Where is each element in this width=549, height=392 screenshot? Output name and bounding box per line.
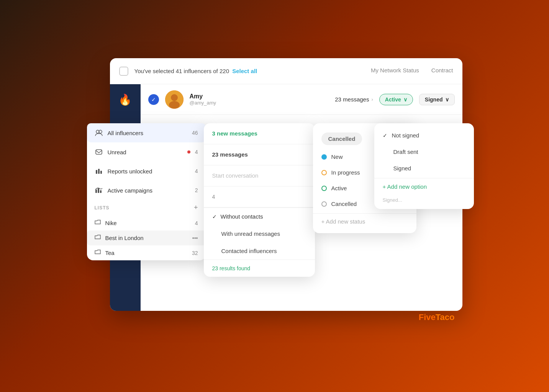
contract-chevron-icon: ∨ <box>445 96 449 103</box>
signed-partial-text: Signed... <box>374 195 474 205</box>
contract-dropdown-trigger[interactable]: Signed ∨ <box>419 94 455 105</box>
results-count: 23 results found <box>212 265 251 271</box>
add-status-label: + Add new status <box>321 218 365 225</box>
msg-normal-label: 23 messages <box>212 151 248 158</box>
without-contacts-label: Without contacts <box>221 213 263 220</box>
status-new-label: New <box>331 154 343 160</box>
svg-rect-11 <box>100 190 102 193</box>
status-cancelled-dot <box>321 201 327 207</box>
add-option-label: + Add new option <box>383 183 427 190</box>
amy-checkbox[interactable]: ✓ <box>148 94 159 105</box>
contract-tab[interactable]: Contract <box>431 67 453 75</box>
influencer-row-amy[interactable]: ✓ Amy @amy_amy 23 message <box>141 84 462 115</box>
lists-title: LISTS <box>95 205 191 211</box>
selection-text: You've selected 41 influencers of 220 Se… <box>134 68 365 74</box>
signed-label: Signed <box>393 165 411 172</box>
list-nike-label: Nike <box>105 220 190 226</box>
filter-panel: All influencers 46 Unread 4 Re <box>87 123 206 260</box>
list-item-tea[interactable]: Tea 32 <box>87 245 206 260</box>
add-new-option-button[interactable]: + Add new option <box>374 178 474 195</box>
with-unread-label: With unread messages <box>221 230 280 237</box>
all-influencers-icon <box>95 129 103 137</box>
filter-contacted[interactable]: Contacted influencers <box>204 242 315 260</box>
filter-without-contacts[interactable]: ✓ Without contacts <box>204 208 315 225</box>
reports-unlocked-icon <box>95 167 103 175</box>
unread-label: Unread <box>108 149 181 155</box>
reports-unlocked-count: 4 <box>195 168 198 174</box>
results-footer: 23 results found <box>204 260 315 277</box>
status-active-label: Active <box>331 185 347 191</box>
svg-rect-8 <box>100 171 102 174</box>
top-bar-nav: My Network Status Contract <box>371 67 453 75</box>
influencer-info: Amy @amy_amy <box>190 93 216 106</box>
filter-reports-unlocked[interactable]: Reports unlocked 4 <box>87 162 206 181</box>
select-checkbox[interactable] <box>119 67 128 76</box>
avatar-image <box>165 90 184 109</box>
msg-new-label: 3 new messages <box>212 130 257 137</box>
cancelled-badge: Cancelled <box>321 132 362 145</box>
selection-count: You've selected 41 influencers of 220 <box>134 68 229 74</box>
active-campaigns-icon <box>95 186 103 194</box>
contract-label: Signed <box>425 96 443 103</box>
filter-unread[interactable]: Unread 4 <box>87 142 206 162</box>
svg-rect-10 <box>98 188 99 193</box>
svg-rect-5 <box>96 150 102 154</box>
msg-item-placeholder[interactable]: Start conversation <box>204 165 315 186</box>
influencer-handle: @amy_amy <box>190 100 216 106</box>
tea-folder-icon <box>95 250 101 256</box>
status-in-progress-dot <box>321 170 327 175</box>
without-contacts-check: ✓ <box>212 214 217 220</box>
add-new-status-button[interactable]: + Add new status <box>313 213 416 229</box>
contract-dropdown: ✓ Not signed Draft sent Signed + Add new… <box>374 123 474 209</box>
list-tea-count: 32 <box>192 250 198 256</box>
reports-unlocked-label: Reports unlocked <box>108 168 190 175</box>
draft-sent-label: Draft sent <box>393 149 418 155</box>
svg-point-1 <box>171 94 178 101</box>
unread-count: 4 <box>195 149 198 155</box>
svg-rect-6 <box>96 170 97 174</box>
brand-name-taco: Taco <box>436 312 455 322</box>
all-influencers-count: 46 <box>192 130 198 136</box>
logo-icon: 🔥 <box>118 93 132 106</box>
contract-draft-sent[interactable]: Draft sent <box>374 144 474 160</box>
status-active-dot <box>321 186 327 191</box>
list-tea-label: Tea <box>105 250 187 256</box>
nike-folder-icon <box>95 220 101 226</box>
status-dropdown-trigger[interactable]: Active ∨ <box>379 94 413 105</box>
msg-item-new[interactable]: 3 new messages <box>204 123 315 144</box>
contacted-label: Contacted influencers <box>221 248 277 254</box>
messages-dropdown: 3 new messages 23 messages Start convers… <box>204 123 315 277</box>
select-all-button[interactable]: Select all <box>232 68 257 74</box>
contract-signed[interactable]: Signed <box>374 160 474 176</box>
lists-header: LISTS + <box>87 200 206 216</box>
contract-not-signed[interactable]: ✓ Not signed <box>374 127 474 144</box>
svg-rect-7 <box>98 169 100 174</box>
status-new-dot <box>321 154 327 160</box>
app-logo: 🔥 <box>118 92 133 107</box>
fivetaco-logo: FiveTaco <box>419 312 455 322</box>
my-network-status-tab[interactable]: My Network Status <box>371 67 419 75</box>
msg-item-row4[interactable]: 4 <box>204 186 315 207</box>
list-more-button[interactable]: ••• <box>192 235 198 241</box>
active-campaigns-label: Active campaigns <box>108 187 190 194</box>
amy-avatar <box>165 90 184 109</box>
list-item-best-in-london[interactable]: Best in London ••• <box>87 230 206 245</box>
filter-with-unread[interactable]: With unread messages <box>204 225 315 242</box>
add-list-button[interactable]: + <box>194 204 198 212</box>
best-in-london-folder-icon <box>95 235 101 241</box>
top-bar: You've selected 41 influencers of 220 Se… <box>110 58 462 84</box>
filter-active-campaigns[interactable]: Active campaigns 2 <box>87 181 206 200</box>
msg-item-normal[interactable]: 23 messages <box>204 144 315 165</box>
list-item-nike[interactable]: Nike 4 <box>87 216 206 230</box>
svg-rect-9 <box>95 189 97 193</box>
filter-all-influencers[interactable]: All influencers 46 <box>87 123 206 142</box>
brand-name-five: Five <box>419 312 436 322</box>
list-best-in-london-label: Best in London <box>105 235 186 241</box>
svg-point-2 <box>169 101 180 109</box>
all-influencers-label: All influencers <box>108 130 187 136</box>
messages-cell[interactable]: 23 messages › <box>335 96 373 103</box>
active-campaigns-count: 2 <box>195 187 198 193</box>
messages-chevron: › <box>371 96 373 102</box>
main-container: You've selected 41 influencers of 220 Se… <box>87 58 462 334</box>
unread-icon <box>95 148 103 156</box>
